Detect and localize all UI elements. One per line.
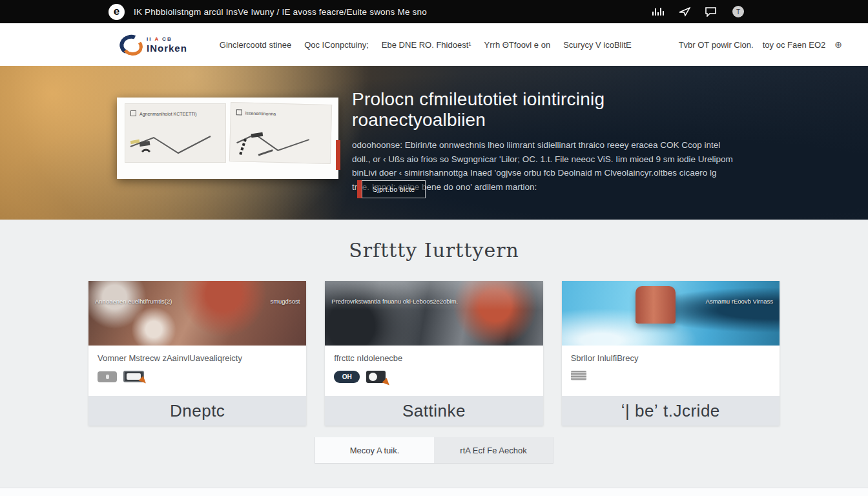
bottom-tab-switch: Mecoy A tuik. rtA Ecf Fe Aechok: [315, 437, 553, 464]
topbar-links-text[interactable]: IK Phbbiolistngm arcúl InsVe Iwuny / IE …: [134, 7, 427, 17]
nav-contact-text[interactable]: Tvbr OT powir Cion.: [679, 40, 754, 50]
sketch-lines: [232, 126, 330, 160]
hero-banner: Agnenmanihoiot KCTEETTI) issenemínonna: [0, 66, 868, 220]
nav-item-3[interactable]: Ebe DNE RO. Fhidoest¹: [382, 40, 471, 50]
section-heading: Srfttty Iurttyern: [0, 239, 868, 262]
nav-right-group: Tvbr OT powir Cion. toy oc Faen EO2 ⊕: [679, 39, 842, 50]
mouse-icon[interactable]: [98, 371, 117, 382]
logo-swoosh-icon: [119, 35, 141, 54]
card-3-text: Sbrllor InlulfiBrecy: [571, 353, 770, 363]
feature-card-2[interactable]: Predrovrkstwantia fnuanu oki-Leboos2e2ob…: [325, 281, 542, 426]
feature-cards: Annoaenen euelhtifrumtis(2) smugdsost Vo…: [88, 281, 780, 426]
checkbox-glyph: [130, 110, 136, 116]
card-1-label[interactable]: Dneptc: [88, 396, 306, 426]
send-icon[interactable]: [679, 6, 690, 17]
nav-menu: Ginclercootd stinee Qoc IConpctuiny; Ebe…: [220, 40, 632, 50]
photo-caption-right: smugdsost: [270, 298, 300, 305]
nav-item-4[interactable]: Yrrh ΘTfoovl e on: [484, 40, 551, 50]
tab-right[interactable]: rtA Ecf Fe Aechok: [434, 437, 553, 463]
product-doc-thumbnail-1: Agnenmanihoiot KCTEETTI): [125, 103, 226, 163]
sketch-lines: [128, 127, 225, 158]
doc-caption: issenemínonna: [245, 111, 276, 116]
card-2-label[interactable]: Sattinke: [325, 396, 542, 426]
card-2-text: ffrcttc nIdolenecbe: [334, 353, 533, 363]
doc-caption: Agnenmanihoiot KCTEETTI): [140, 112, 197, 116]
edit-pen-icon[interactable]: [123, 371, 144, 382]
feature-card-3[interactable]: Asmamu rEoovb Virnass Sbrllor InlulfiBre…: [562, 281, 780, 426]
photo-caption-left: Annoaenen euelhtifrumtis(2): [95, 298, 172, 305]
product-doc-thumbnail-2: issenemínonna: [229, 102, 331, 164]
brand-circle-logo[interactable]: e: [108, 4, 125, 20]
main-navigation-bar: II A CB INorken Ginclercootd stinee Qoc …: [0, 23, 868, 66]
hero-cta-button[interactable]: Sjprt.bo blcte: [357, 180, 426, 198]
feature-card-1[interactable]: Annoaenen euelhtifrumtis(2) smugdsost Vo…: [88, 281, 306, 426]
company-logo[interactable]: II A CB INorken: [119, 35, 187, 54]
brand-initial: e: [114, 5, 119, 18]
hero-title: Prolocn cfmileutotiet iointircinig roane…: [352, 89, 733, 130]
logo-tagline: II A CB: [147, 37, 187, 42]
card-3-photo: Asmamu rEoovb Virnass: [562, 281, 780, 346]
nav-item-2[interactable]: Qoc IConpctuiny;: [304, 40, 369, 50]
nav-item-1[interactable]: Ginclercootd stinee: [220, 40, 291, 50]
svg-text:T: T: [736, 8, 740, 16]
card-1-text: Vomner Mstrecw zAainvlUavealiqreicty: [98, 353, 297, 363]
page-bottom-strip: [0, 488, 868, 496]
logo-wordmark: INorken: [147, 43, 187, 53]
signal-chart-icon[interactable]: [652, 6, 665, 17]
card-3-label[interactable]: ʻ| beʼ t.Jcride: [562, 396, 780, 426]
oh-badge-icon[interactable]: OH: [334, 371, 360, 383]
bottle-cap-graphic: [636, 286, 676, 324]
globe-icon[interactable]: ⊕: [834, 39, 842, 50]
photo-caption-right: Asmamu rEoovb Virnass: [706, 298, 773, 305]
nav-item-5[interactable]: Scurycy V icoBlitE: [563, 40, 631, 50]
cta-label: Sjprt.bo blcte: [362, 180, 426, 198]
card-1-photo: Annoaenen euelhtifrumtis(2) smugdsost: [88, 281, 306, 346]
card-2-photo: Predrovrkstwantia fnuanu oki-Leboos2e2ob…: [325, 281, 542, 346]
hero-copy: Prolocn cfmileutotiet iointircinig roane…: [352, 89, 733, 194]
user-badge-icon[interactable]: T: [731, 5, 745, 19]
hero-product-sheet: Agnenmanihoiot KCTEETTI) issenemínonna: [117, 98, 338, 179]
cta-red-accent: [357, 180, 362, 198]
top-utility-bar: e IK Phbbiolistngm arcúl InsVe Iwuny / I…: [0, 0, 868, 23]
topbar-icon-group: T: [652, 5, 745, 19]
photo-caption-left: Predrovrkstwantia fnuanu oki-Leboos2e2ob…: [331, 298, 458, 305]
camera-pen-icon[interactable]: [366, 371, 386, 383]
chat-icon[interactable]: [705, 6, 717, 17]
checkbox-glyph: [236, 109, 242, 115]
printer-icon[interactable]: [571, 371, 586, 380]
tab-left[interactable]: Mecoy A tuik.: [315, 437, 434, 463]
nav-secondary-text[interactable]: toy oc Faen EO2: [763, 40, 826, 50]
